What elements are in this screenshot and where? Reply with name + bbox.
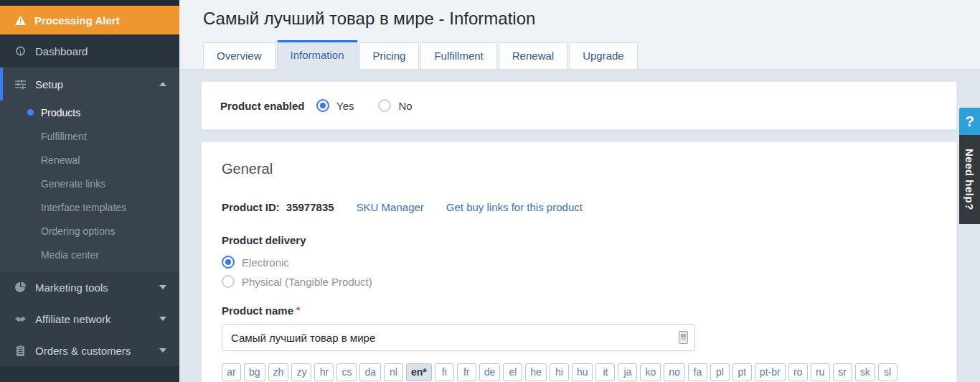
language-tab-it[interactable]: it	[595, 363, 615, 381]
sidebar-item-generate-links[interactable]: Generate links	[0, 172, 179, 195]
language-tab-cs[interactable]: cs	[336, 363, 357, 381]
sub-item-label: Ordering options	[41, 225, 116, 237]
sub-item-label: Generate links	[41, 178, 105, 190]
language-tab-de[interactable]: de	[479, 363, 501, 381]
sidebar-item-ordering-options[interactable]: Ordering options	[0, 219, 179, 243]
sub-item-label: Fulfillment	[41, 131, 87, 142]
language-tab-nl[interactable]: nl	[384, 363, 403, 381]
sidebar-item-label: Orders & customers	[35, 345, 131, 357]
content-area: Product enabled Yes No General Product I…	[179, 70, 980, 382]
sidebar-item-affiliate-network[interactable]: Affiliate network	[0, 303, 179, 335]
tab-fulfillment[interactable]: Fulfillment	[420, 42, 496, 70]
input-addon-icon[interactable]	[679, 331, 688, 344]
language-tab-zh[interactable]: zh	[268, 363, 289, 381]
general-card: General Product ID: 35977835 SKU Manager…	[201, 141, 957, 382]
chevron-down-icon	[159, 317, 166, 321]
language-tab-hi[interactable]: hi	[550, 363, 569, 381]
chevron-up-icon	[159, 82, 166, 86]
sidebar: Processing Alert Dashboard Setup Product…	[0, 0, 179, 382]
product-name-input[interactable]	[222, 324, 695, 351]
sku-manager-link[interactable]: SKU Manager	[357, 201, 424, 213]
product-id-row: Product ID: 35977835 SKU Manager Get buy…	[222, 201, 936, 213]
sidebar-item-fulfillment[interactable]: Fulfillment	[0, 124, 179, 148]
product-delivery-options: Electronic Physical (Tangible Product)	[222, 256, 936, 288]
language-tab-ar[interactable]: ar	[222, 363, 241, 381]
language-tab-ja[interactable]: ja	[618, 363, 637, 381]
radio-checked-icon[interactable]	[316, 99, 329, 112]
language-tab-sk[interactable]: sk	[855, 363, 875, 381]
language-tab-hu[interactable]: hu	[572, 363, 593, 381]
sidebar-top-strip	[0, 0, 179, 6]
pie-chart-icon	[14, 281, 27, 294]
radio-checked-icon[interactable]	[222, 256, 235, 269]
sidebar-item-integrations[interactable]: Integrations	[0, 366, 179, 382]
language-tab-sr[interactable]: sr	[833, 363, 852, 381]
language-tab-he[interactable]: he	[525, 363, 547, 381]
chevron-down-icon	[159, 285, 166, 289]
sidebar-item-interface-templates[interactable]: Interface templates	[0, 195, 179, 219]
sub-item-label: Interface templates	[41, 202, 126, 213]
product-name-label-row: Product name *	[222, 304, 936, 317]
language-tab-da[interactable]: da	[359, 363, 381, 381]
product-enabled-yes-radio[interactable]: Yes	[316, 99, 354, 112]
page-title: Самый лучший товар в мире - Information	[203, 9, 535, 29]
language-tab-zy[interactable]: zy	[291, 363, 311, 381]
product-id-value: 35977835	[286, 201, 334, 213]
language-tab-el[interactable]: el	[503, 363, 522, 381]
need-help-tab[interactable]: Need help?	[959, 135, 980, 224]
need-help-label: Need help?	[963, 149, 976, 210]
radio-label: Electronic	[242, 256, 289, 269]
warning-triangle-icon	[14, 14, 27, 27]
language-tab-ko[interactable]: ko	[640, 363, 661, 381]
help-question-icon[interactable]: ?	[959, 108, 980, 135]
language-tabs: ar bg zh zy hr cs da nl en* fi fr de el …	[222, 363, 936, 381]
get-buy-links-link[interactable]: Get buy links for this product	[446, 201, 583, 213]
sidebar-item-orders-customers[interactable]: Orders & customers	[0, 335, 179, 366]
gauge-icon	[14, 45, 27, 57]
product-delivery-label: Product delivery	[222, 234, 936, 246]
product-enabled-no-radio[interactable]: No	[378, 99, 412, 112]
tab-renewal[interactable]: Renewal	[499, 42, 567, 70]
language-tab-no[interactable]: no	[664, 363, 685, 381]
radio-unchecked-icon[interactable]	[222, 275, 235, 288]
sidebar-item-renewal[interactable]: Renewal	[0, 148, 179, 172]
language-tab-en[interactable]: en*	[406, 363, 432, 381]
chevron-down-icon	[159, 348, 166, 353]
delivery-electronic-radio[interactable]: Electronic	[222, 256, 936, 269]
sidebar-item-dashboard[interactable]: Dashboard	[0, 34, 179, 67]
language-tab-hr[interactable]: hr	[314, 363, 334, 381]
tab-upgrade[interactable]: Upgrade	[569, 42, 638, 70]
sidebar-item-label: Affiliate network	[35, 313, 111, 325]
language-tab-fa[interactable]: fa	[688, 363, 707, 381]
sidebar-item-setup[interactable]: Setup	[0, 67, 179, 101]
language-tab-fr[interactable]: fr	[457, 363, 476, 381]
language-tab-pl[interactable]: pl	[710, 363, 730, 381]
main-area: Самый лучший товар в мире - Information …	[179, 0, 980, 382]
sidebar-item-products[interactable]: Products	[0, 101, 179, 124]
general-heading: General	[222, 161, 936, 177]
required-asterisk: *	[296, 304, 300, 317]
need-help-widget[interactable]: ? Need help?	[959, 108, 980, 224]
sidebar-item-marketing-tools[interactable]: Marketing tools	[0, 271, 179, 303]
language-tab-ro[interactable]: ro	[788, 363, 808, 381]
tab-information[interactable]: Information	[277, 40, 358, 70]
language-tab-sl[interactable]: sl	[878, 363, 897, 381]
language-tab-pt-br[interactable]: pt-br	[755, 363, 786, 381]
language-tab-fi[interactable]: fi	[435, 363, 454, 381]
radio-unchecked-icon[interactable]	[378, 99, 391, 112]
language-tab-ru[interactable]: ru	[811, 363, 830, 381]
language-tab-bg[interactable]: bg	[244, 363, 265, 381]
tab-pricing[interactable]: Pricing	[359, 42, 420, 70]
delivery-physical-radio[interactable]: Physical (Tangible Product)	[222, 275, 936, 288]
processing-alert-banner[interactable]: Processing Alert	[0, 6, 179, 34]
sidebar-item-label: Setup	[35, 78, 63, 90]
product-id-label: Product ID:	[222, 201, 280, 213]
sidebar-lower-section: Marketing tools Affiliate network Orders…	[0, 271, 179, 366]
language-tab-pt[interactable]: pt	[732, 363, 752, 381]
clipboard-icon	[14, 345, 27, 357]
radio-label: No	[398, 100, 412, 112]
sliders-icon	[14, 78, 27, 90]
tab-overview[interactable]: Overview	[203, 42, 275, 70]
sidebar-item-media-center[interactable]: Media center	[0, 243, 179, 266]
page-header: Самый лучший товар в мире - Information …	[179, 0, 980, 70]
